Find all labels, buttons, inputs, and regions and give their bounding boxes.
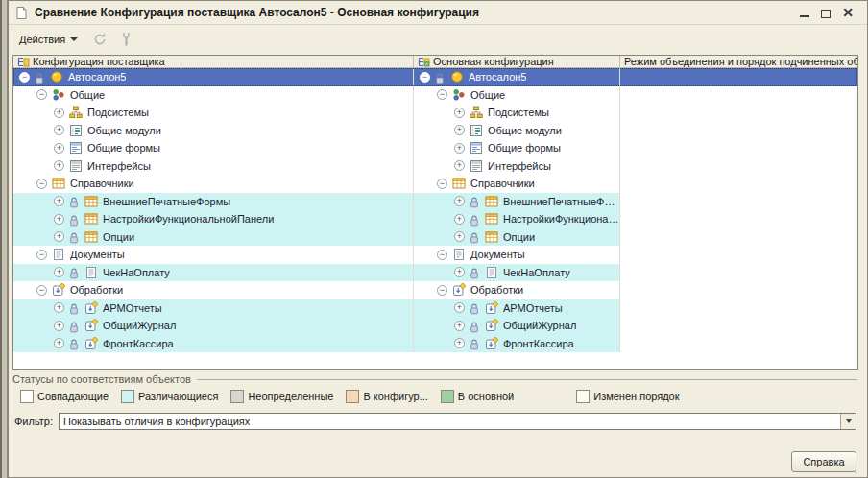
expander-icon[interactable]: + (454, 302, 465, 313)
lock-icon (470, 337, 479, 349)
main-cell: − Обработки (414, 281, 620, 299)
object-name: ОбщийЖурнал (103, 320, 176, 331)
wrench-icon[interactable] (118, 31, 135, 48)
table-row[interactable]: − Справочники − Справочники (13, 175, 857, 193)
expander-icon[interactable]: + (54, 214, 64, 225)
minimize-button[interactable] (800, 8, 809, 17)
expander-icon[interactable]: − (437, 285, 447, 296)
legend-label: Различающиеся (138, 391, 218, 402)
merge-mode-cell (620, 157, 857, 176)
tree-indent (13, 236, 54, 237)
expander-icon[interactable]: + (454, 338, 465, 348)
expander-icon[interactable]: + (454, 125, 465, 135)
main-cell: + Общие формы (414, 139, 620, 157)
maximize-button[interactable] (821, 10, 831, 18)
merge-mode-cell (620, 139, 857, 157)
expander-icon[interactable]: + (454, 108, 465, 118)
expander-icon[interactable]: + (54, 108, 64, 118)
expander-icon[interactable]: + (454, 143, 465, 154)
table-row[interactable]: + НастройкиФункциональнойПанели + (13, 210, 857, 228)
table-row[interactable]: − Документы − Документы (13, 246, 857, 264)
expander-icon[interactable]: + (454, 231, 465, 242)
window-document-icon (14, 6, 29, 20)
expander-icon[interactable]: + (54, 231, 64, 242)
table-row[interactable]: + Общие модули + Общие модули (13, 122, 857, 140)
expander-icon[interactable]: + (454, 267, 465, 277)
tree-indent (414, 343, 454, 344)
object-type-icon (52, 88, 65, 102)
object-name: Справочники (470, 178, 535, 189)
object-type-icon (450, 70, 464, 84)
actions-menu-button[interactable]: Действия (15, 31, 82, 48)
tree-indent (414, 325, 454, 326)
expander-icon[interactable]: + (454, 321, 465, 331)
legend-swatch (121, 390, 134, 403)
expander-icon[interactable]: − (36, 179, 47, 189)
expander-icon[interactable]: − (36, 250, 47, 260)
expander-icon[interactable]: − (420, 72, 430, 83)
supplier-cell: − Справочники (13, 175, 414, 193)
help-button[interactable]: Справка (791, 451, 856, 472)
object-name: ФронтКассира (103, 338, 174, 349)
table-row[interactable]: + Опции + (13, 228, 857, 247)
table-row[interactable]: + Интерфейсы + Интерфейсы (13, 157, 857, 176)
legend-row: Совпадающие Различающиеся Неопределенные… (20, 388, 857, 405)
object-type-icon (470, 106, 483, 119)
lock-icon (470, 266, 479, 278)
expander-icon[interactable]: + (54, 267, 64, 277)
table-row[interactable]: + АРМОтчеты + (13, 299, 857, 318)
expander-icon[interactable]: + (54, 160, 64, 171)
object-type-icon (69, 106, 83, 119)
tree-indent (13, 290, 36, 291)
expander-icon[interactable]: + (54, 338, 64, 348)
tree-indent (13, 272, 54, 273)
expander-icon[interactable]: + (454, 160, 465, 171)
supplier-cell: + ФронтКассира (13, 335, 414, 353)
expander-icon[interactable]: + (54, 321, 64, 331)
column-header-label: Основная конфигурация (433, 56, 554, 67)
lock-icon (69, 213, 79, 226)
object-name: Подсистемы (488, 107, 549, 118)
filter-combobox[interactable]: Показывать отличия в конфигурациях (59, 413, 856, 430)
refresh-icon[interactable] (91, 31, 108, 48)
table-row[interactable]: − Автосалон5 − (13, 68, 857, 86)
object-name: Опции (503, 231, 535, 243)
table-row[interactable]: − Обработки − Обработки (13, 281, 857, 299)
table-row[interactable]: + ЧекНаОплату + (13, 264, 857, 282)
expander-icon[interactable]: + (54, 143, 64, 154)
table-row[interactable]: − Общие − Общие (13, 86, 857, 105)
expander-icon[interactable]: − (36, 89, 47, 100)
tree-indent (414, 130, 454, 131)
expander-icon[interactable]: + (454, 196, 465, 206)
tree-indent (13, 254, 36, 255)
main-cell: + Интерфейсы (414, 157, 620, 176)
close-button[interactable]: ✕ (842, 8, 854, 17)
expander-icon[interactable]: + (54, 196, 64, 206)
expander-icon[interactable]: − (437, 89, 447, 100)
object-name: НастройкиФункциональнойПанели (103, 213, 274, 225)
object-name: Общие (70, 89, 105, 101)
legend-swatch (230, 390, 244, 403)
expander-icon[interactable]: + (54, 125, 64, 135)
object-name: Автосалон5 (469, 71, 526, 83)
legend-swatch (20, 390, 34, 403)
table-row[interactable]: + ОбщийЖурнал + (13, 317, 857, 335)
combobox-arrow-button[interactable] (840, 414, 856, 429)
object-type-icon (452, 177, 466, 190)
expander-icon[interactable]: + (454, 214, 465, 225)
merge-mode-cell (620, 86, 857, 105)
table-row[interactable]: + Подсистемы + Подсистемы (13, 104, 857, 122)
table-row[interactable]: + ВнешниеПечатныеФормы + (13, 193, 857, 211)
table-row[interactable]: + ФронтКассира + (13, 335, 857, 353)
expander-icon[interactable]: − (36, 285, 47, 296)
expander-icon[interactable]: − (19, 72, 30, 83)
expander-icon[interactable]: + (54, 302, 64, 313)
expander-icon[interactable]: − (437, 179, 447, 189)
legend-swatch (346, 390, 359, 403)
lock-icon (69, 195, 79, 207)
expander-icon[interactable]: − (437, 250, 447, 260)
column-header-label: Режим объединения и порядок подчиненных … (624, 56, 857, 67)
object-type-icon (470, 141, 483, 155)
supplier-cell: + Общие формы (13, 139, 414, 157)
table-row[interactable]: + Общие формы + Общие формы (13, 139, 857, 157)
